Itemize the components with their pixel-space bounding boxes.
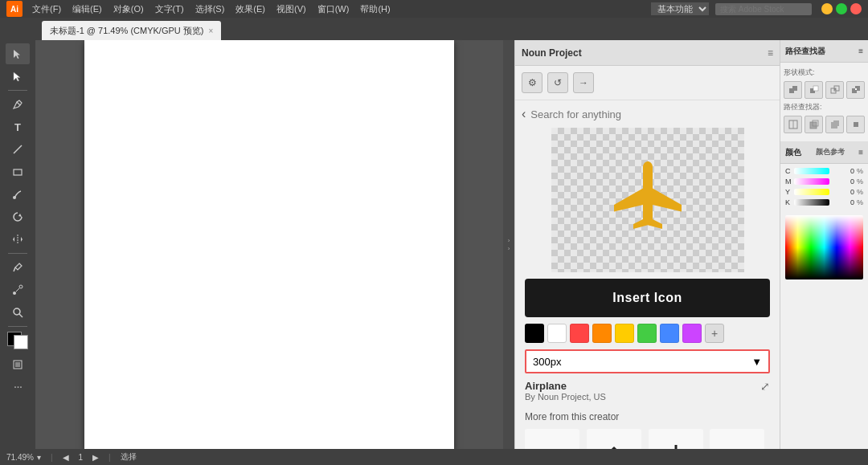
pf-crop-btn[interactable]: [846, 116, 865, 133]
line-tool[interactable]: [6, 139, 30, 160]
palette-purple[interactable]: [682, 324, 702, 343]
left-toolbar: T ··: [0, 40, 35, 449]
path-finder-collapse[interactable]: ≡: [858, 47, 863, 55]
color-panel-collapse[interactable]: ≡: [858, 148, 863, 157]
menu-view[interactable]: 视图(V): [272, 2, 311, 17]
eyedropper-tool[interactable]: [6, 257, 30, 278]
palette-green[interactable]: [637, 324, 657, 343]
canvas-area[interactable]: [35, 40, 503, 449]
palette-orange[interactable]: [592, 324, 612, 343]
svg-rect-47: [810, 122, 817, 128]
svg-line-11: [19, 314, 23, 317]
path-finder-title: 路径查找器: [785, 46, 825, 57]
menu-window[interactable]: 窗口(W): [313, 2, 354, 17]
creator-icon-up-arrow[interactable]: [587, 429, 641, 449]
status-separator-1: |: [51, 453, 53, 462]
size-dropdown[interactable]: 300px ▼: [525, 349, 770, 373]
status-bar: 71.49% ▾ | ◀ 1 ▶ | 选择: [0, 449, 868, 465]
creator-icon-right-arrow[interactable]: [525, 429, 579, 449]
yellow-value[interactable]: 0: [832, 188, 854, 196]
minimize-btn[interactable]: [821, 3, 833, 14]
palette-blue[interactable]: [660, 324, 679, 343]
key-row: K 0 %: [785, 198, 863, 206]
reflect-tool[interactable]: [6, 229, 30, 250]
menu-text[interactable]: 文字(T): [150, 2, 189, 17]
svg-point-10: [14, 308, 20, 315]
yellow-row: Y 0 %: [785, 188, 863, 196]
noun-settings-btn[interactable]: ⚙: [522, 72, 542, 93]
paintbrush-tool[interactable]: [6, 184, 30, 205]
blend-tool[interactable]: [6, 279, 30, 300]
insert-icon-button[interactable]: Insert Icon: [525, 279, 770, 317]
direct-select-tool[interactable]: [6, 66, 30, 87]
noun-search-input[interactable]: [530, 108, 773, 120]
palette-add-btn[interactable]: +: [705, 324, 724, 343]
icon-edit-btn[interactable]: ⤢: [760, 380, 770, 393]
color-indicator[interactable]: [7, 332, 28, 349]
key-value[interactable]: 0: [832, 198, 854, 206]
svg-rect-38: [813, 86, 818, 91]
pf-unite-btn[interactable]: [784, 81, 802, 99]
pf-intersect-btn[interactable]: [825, 81, 844, 99]
panel-collapse-left[interactable]: › ›: [503, 40, 514, 449]
svg-marker-4: [13, 237, 14, 242]
yellow-slider[interactable]: [794, 189, 829, 195]
icon-creator: By Noun Project, US: [525, 392, 606, 402]
menu-edit[interactable]: 编辑(E): [68, 2, 107, 17]
zoom-value: 71.49%: [6, 453, 34, 462]
magenta-value[interactable]: 0: [832, 177, 854, 186]
icon-name: Airplane: [525, 380, 606, 392]
noun-back-btn[interactable]: ‹: [522, 107, 526, 121]
svg-rect-44: [855, 88, 857, 90]
shape-modes-label: 形状模式:: [784, 67, 865, 78]
zoom-tool[interactable]: [6, 302, 30, 323]
pf-minus-btn[interactable]: [805, 81, 823, 99]
stock-search-input[interactable]: [715, 3, 812, 15]
creator-icon-left-arrow[interactable]: [710, 429, 764, 449]
type-tool[interactable]: T: [6, 116, 30, 137]
tab-close-btn[interactable]: ×: [208, 27, 213, 35]
noun-history-btn[interactable]: ↺: [547, 72, 568, 93]
pf-trim-btn[interactable]: [805, 116, 823, 133]
noun-panel-scroll[interactable]: Insert Icon + 300px ▼: [515, 128, 780, 449]
close-btn[interactable]: [850, 3, 862, 14]
maximize-btn[interactable]: [836, 3, 847, 14]
select-tool[interactable]: [6, 43, 30, 64]
color-spectrum[interactable]: [785, 215, 863, 279]
magenta-slider[interactable]: [794, 178, 829, 185]
workspace-select[interactable]: 基本功能: [651, 2, 709, 15]
palette-white[interactable]: [547, 324, 567, 343]
menu-help[interactable]: 帮助(H): [355, 2, 395, 17]
noun-panel-collapse-btn[interactable]: ≡: [768, 47, 773, 59]
cyan-value[interactable]: 0: [832, 167, 854, 175]
screen-mode-btn[interactable]: [6, 354, 30, 375]
size-dropdown-container: 300px ▼: [515, 349, 780, 380]
pf-merge-btn[interactable]: [825, 116, 844, 133]
prev-page-btn[interactable]: ◀: [63, 453, 69, 462]
workspace: T ··: [0, 40, 868, 449]
noun-forward-btn[interactable]: →: [573, 72, 594, 93]
palette-black[interactable]: [525, 324, 544, 343]
rect-tool[interactable]: [6, 161, 30, 182]
document-tab[interactable]: 未标题-1 @ 71.49% (CMYK/GPU 预览) ×: [42, 21, 221, 40]
menu-object[interactable]: 对象(O): [108, 2, 149, 17]
pf-divide-btn[interactable]: [784, 116, 802, 133]
pf-exclude-btn[interactable]: [846, 81, 865, 99]
palette-yellow[interactable]: [615, 324, 634, 343]
menu-select[interactable]: 选择(S): [190, 2, 230, 17]
menu-file[interactable]: 文件(F): [27, 2, 66, 17]
next-page-btn[interactable]: ▶: [92, 453, 99, 462]
tool-separator-2: [8, 253, 27, 254]
palette-red[interactable]: [570, 324, 589, 343]
more-tools-btn[interactable]: ···: [6, 377, 30, 398]
zoom-dropdown-arrow[interactable]: ▾: [37, 453, 41, 462]
key-slider[interactable]: [794, 199, 829, 206]
icon-preview: [551, 128, 744, 272]
cyan-slider[interactable]: [794, 168, 829, 174]
menu-effect[interactable]: 效果(E): [231, 2, 270, 17]
pen-tool[interactable]: [6, 94, 30, 115]
background-color[interactable]: [14, 335, 28, 349]
creator-icon-down-arrow[interactable]: [649, 429, 703, 449]
rotate-tool[interactable]: [6, 206, 30, 227]
icon-info: Airplane By Noun Project, US ⤢: [515, 380, 780, 408]
